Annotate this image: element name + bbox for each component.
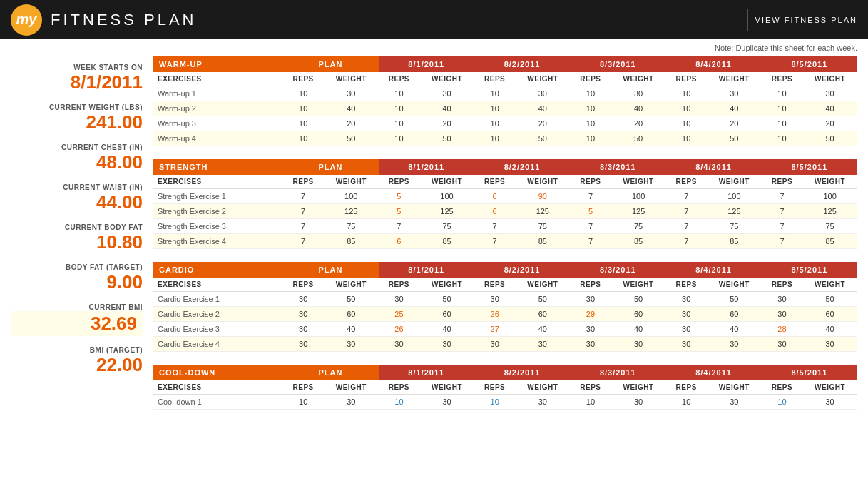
col-header: WEIGHT (515, 380, 570, 395)
day-weight: 75 (707, 219, 762, 234)
day-weight: 100 (419, 189, 474, 204)
plan-reps: 7 (282, 219, 324, 234)
col-header: REPS (570, 175, 611, 189)
bmi-label: CURRENT BMI (11, 303, 143, 311)
col-header: REPS (282, 380, 324, 395)
sidebar-weight: CURRENT WEIGHT (LBS) 241.00 (11, 103, 143, 133)
exercise-name: Cardio Exercise 2 (153, 307, 282, 322)
day-weight: 125 (611, 204, 666, 219)
date-header: 8/5/2011 (762, 365, 857, 380)
plan-weight: 85 (324, 234, 379, 249)
section-table-cool-down: COOL-DOWNPLAN8/1/20118/2/20118/3/20118/4… (153, 365, 857, 410)
bodyfat-target-value: 9.00 (11, 271, 143, 293)
day-reps: 10 (474, 131, 516, 146)
sidebar-chest: CURRENT CHEST (IN) 48.00 (11, 143, 143, 173)
day-weight: 85 (515, 234, 570, 249)
app-header: my FITNESS PLAN VIEW FITNESS PLAN (0, 0, 868, 39)
day-weight: 40 (515, 101, 570, 116)
plan-weight: 50 (324, 292, 379, 307)
day-weight: 85 (707, 234, 762, 249)
day-weight: 60 (707, 307, 762, 322)
plan-reps: 30 (282, 292, 324, 307)
col-header: REPS (282, 72, 324, 86)
weight-label: CURRENT WEIGHT (LBS) (11, 103, 143, 111)
day-weight: 50 (707, 292, 762, 307)
sidebar-bmi-target: BMI (TARGET) 22.00 (11, 346, 143, 376)
col-header: WEIGHT (419, 175, 474, 189)
plan-weight: 20 (324, 116, 379, 131)
day-reps: 30 (570, 337, 611, 352)
day-weight: 30 (419, 395, 474, 410)
section-table-cardio: CARDIOPLAN8/1/20118/2/20118/3/20118/4/20… (153, 262, 857, 352)
date-header: 8/3/2011 (570, 365, 665, 380)
plan-reps: 7 (282, 234, 324, 249)
plan-header: PLAN (282, 365, 378, 380)
main-layout: WEEK STARTS ON 8/1/2011 CURRENT WEIGHT (… (0, 56, 868, 430)
day-reps: 7 (570, 189, 611, 204)
day-weight: 30 (515, 395, 570, 410)
day-weight: 60 (515, 307, 570, 322)
col-header: REPS (762, 72, 803, 86)
plan-weight: 75 (324, 219, 379, 234)
day-reps: 7 (762, 219, 803, 234)
day-weight: 50 (611, 131, 666, 146)
week-starts-label: WEEK STARTS ON (11, 64, 143, 71)
col-header: WEIGHT (611, 175, 666, 189)
date-header: 8/4/2011 (665, 56, 761, 72)
col-header: REPS (379, 380, 420, 395)
day-reps: 10 (665, 116, 707, 131)
day-reps: 10 (570, 86, 611, 101)
day-reps: 30 (762, 292, 803, 307)
day-weight: 50 (419, 131, 474, 146)
day-reps: 7 (762, 234, 803, 249)
day-reps: 7 (665, 234, 707, 249)
col-header: REPS (570, 72, 611, 86)
col-header: WEIGHT (611, 278, 666, 292)
sidebar: WEEK STARTS ON 8/1/2011 CURRENT WEIGHT (… (7, 56, 150, 422)
day-reps: 30 (762, 307, 803, 322)
col-header: REPS (665, 72, 707, 86)
plan-weight: 60 (324, 307, 379, 322)
col-header: WEIGHT (324, 380, 379, 395)
section-name: STRENGTH (153, 159, 282, 175)
day-reps: 7 (570, 234, 611, 249)
exercise-name: Strength Exercise 4 (153, 234, 282, 249)
col-header: WEIGHT (611, 72, 666, 86)
col-header: WEIGHT (324, 278, 379, 292)
day-reps: 30 (570, 292, 611, 307)
day-weight: 50 (707, 131, 762, 146)
col-header: REPS (282, 175, 324, 189)
col-header: EXERCISES (153, 278, 282, 292)
plan-reps: 10 (282, 86, 324, 101)
day-reps: 30 (474, 337, 516, 352)
day-weight: 60 (611, 307, 666, 322)
day-weight: 40 (419, 322, 474, 337)
day-weight: 75 (419, 219, 474, 234)
day-weight: 30 (802, 337, 857, 352)
day-weight: 30 (419, 86, 474, 101)
day-reps: 6 (474, 204, 516, 219)
table-row: Cardio Exercise 330402640274030403040284… (153, 322, 857, 337)
day-weight: 50 (802, 292, 857, 307)
note-text: Note: Duplicate this sheet for each week… (715, 44, 857, 52)
sidebar-week: WEEK STARTS ON 8/1/2011 (11, 64, 143, 93)
exercise-name: Warm-up 2 (153, 101, 282, 116)
col-header: REPS (762, 380, 803, 395)
exercise-name: Strength Exercise 1 (153, 189, 282, 204)
day-reps: 26 (379, 322, 420, 337)
exercise-name: Cardio Exercise 4 (153, 337, 282, 352)
table-row: Warm-up 4105010501050105010501050 (153, 131, 857, 146)
plan-reps: 7 (282, 204, 324, 219)
section-name: COOL-DOWN (153, 365, 282, 380)
day-reps: 10 (474, 116, 516, 131)
day-weight: 30 (515, 86, 570, 101)
col-header: REPS (762, 175, 803, 189)
table-row: Warm-up 2104010401040104010401040 (153, 101, 857, 116)
view-plan-button[interactable]: VIEW FITNESS PLAN (755, 16, 857, 24)
col-header: REPS (665, 175, 707, 189)
day-weight: 40 (611, 322, 666, 337)
date-header: 8/1/2011 (379, 159, 474, 175)
plan-reps: 7 (282, 189, 324, 204)
day-reps: 30 (665, 322, 707, 337)
day-reps: 5 (570, 204, 611, 219)
